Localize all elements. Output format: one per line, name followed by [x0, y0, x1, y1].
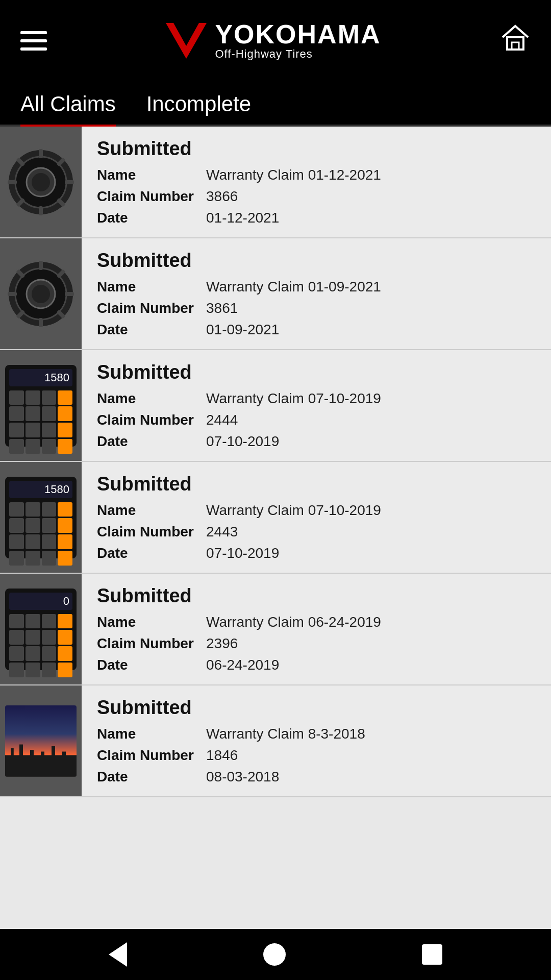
claim-name-field: Name Warranty Claim 8-3-2018	[97, 726, 536, 742]
back-icon	[109, 942, 127, 967]
svg-rect-8	[39, 149, 43, 158]
claim-status: Submitted	[97, 361, 536, 383]
home-icon	[500, 22, 531, 53]
claim-date-field: Date 06-24-2019	[97, 657, 536, 673]
tab-all-claims[interactable]: All Claims	[20, 82, 116, 125]
claim-thumbnail	[0, 685, 82, 796]
calculator-image-icon: 1580	[5, 365, 77, 447]
claim-item[interactable]: 0 Submitted	[0, 574, 551, 685]
svg-rect-24	[39, 318, 43, 327]
claim-name-field: Name Warranty Claim 01-09-2021	[97, 279, 536, 295]
date-value: 08-03-2018	[206, 769, 279, 785]
claim-number-label: Claim Number	[97, 747, 199, 764]
recent-icon	[422, 944, 442, 965]
date-label: Date	[97, 322, 199, 338]
claim-info: Submitted Name Warranty Claim 01-09-2021…	[82, 238, 551, 349]
svg-rect-10	[65, 180, 74, 184]
svg-rect-14	[8, 180, 17, 184]
calculator-image-icon: 1580	[5, 477, 77, 558]
date-value: 01-12-2021	[206, 210, 279, 226]
name-label: Name	[97, 390, 199, 407]
svg-rect-26	[8, 292, 17, 296]
claim-number-field: Claim Number 1846	[97, 747, 536, 764]
home-button[interactable]	[500, 22, 531, 60]
claim-number-field: Claim Number 3866	[97, 188, 536, 205]
name-value: Warranty Claim 8-3-2018	[206, 726, 365, 742]
svg-rect-3	[512, 42, 519, 50]
claim-thumbnail: 1580	[0, 462, 82, 573]
claim-number-label: Claim Number	[97, 188, 199, 205]
claim-name-field: Name Warranty Claim 07-10-2019	[97, 502, 536, 519]
claim-number-value: 3866	[206, 188, 238, 205]
claim-status: Submitted	[97, 473, 536, 495]
date-label: Date	[97, 657, 199, 673]
claim-thumbnail: 1580	[0, 350, 82, 461]
claim-info: Submitted Name Warranty Claim 07-10-2019…	[82, 462, 551, 573]
logo-text: YOKOHAMA Off-Highway Tires	[215, 21, 381, 61]
bottom-navigation	[0, 929, 551, 980]
svg-rect-12	[39, 206, 43, 215]
logo: YOKOHAMA Off-Highway Tires	[166, 21, 381, 61]
claim-number-value: 2444	[206, 412, 238, 428]
brand-name: YOKOHAMA	[215, 21, 381, 47]
claim-thumbnail	[0, 127, 82, 237]
date-value: 07-10-2019	[206, 433, 279, 450]
name-value: Warranty Claim 01-09-2021	[206, 279, 381, 295]
claim-info: Submitted Name Warranty Claim 06-24-2019…	[82, 574, 551, 684]
claim-item[interactable]: 1580 Submitted	[0, 462, 551, 574]
claim-number-label: Claim Number	[97, 300, 199, 316]
tire-image-icon	[5, 258, 77, 330]
tire-image-icon	[5, 146, 77, 218]
brand-subtitle: Off-Highway Tires	[215, 47, 312, 61]
tabs-bar: All Claims Incomplete	[0, 82, 551, 127]
claim-name-field: Name Warranty Claim 07-10-2019	[97, 390, 536, 407]
claim-number-label: Claim Number	[97, 412, 199, 428]
claim-number-value: 2396	[206, 635, 238, 652]
claim-thumbnail: 0	[0, 574, 82, 684]
name-value: Warranty Claim 06-24-2019	[206, 614, 381, 630]
date-label: Date	[97, 433, 199, 450]
home-nav-button[interactable]	[263, 943, 286, 966]
back-button[interactable]	[109, 942, 127, 967]
claim-number-label: Claim Number	[97, 524, 199, 540]
claim-status: Submitted	[97, 138, 536, 160]
claim-name-field: Name Warranty Claim 01-12-2021	[97, 167, 536, 183]
claim-date-field: Date 08-03-2018	[97, 769, 536, 785]
name-label: Name	[97, 726, 199, 742]
svg-rect-22	[65, 292, 74, 296]
app-header: YOKOHAMA Off-Highway Tires	[0, 0, 551, 82]
date-label: Date	[97, 210, 199, 226]
claim-item[interactable]: Submitted Name Warranty Claim 01-09-2021…	[0, 238, 551, 350]
claim-name-field: Name Warranty Claim 06-24-2019	[97, 614, 536, 630]
claims-list: Submitted Name Warranty Claim 01-12-2021…	[0, 127, 551, 929]
date-label: Date	[97, 545, 199, 561]
claim-item[interactable]: Submitted Name Warranty Claim 8-3-2018 C…	[0, 685, 551, 797]
home-nav-icon	[263, 943, 286, 966]
yokohama-logo-icon	[166, 23, 207, 59]
recent-button[interactable]	[422, 944, 442, 965]
menu-button[interactable]	[20, 31, 47, 51]
date-value: 01-09-2021	[206, 322, 279, 338]
claim-info: Submitted Name Warranty Claim 01-12-2021…	[82, 127, 551, 237]
claim-number-field: Claim Number 3861	[97, 300, 536, 316]
claim-number-label: Claim Number	[97, 635, 199, 652]
name-label: Name	[97, 614, 199, 630]
tab-incomplete[interactable]: Incomplete	[146, 82, 251, 125]
name-label: Name	[97, 502, 199, 519]
claim-info: Submitted Name Warranty Claim 8-3-2018 C…	[82, 685, 551, 796]
claim-date-field: Date 01-09-2021	[97, 322, 536, 338]
svg-rect-2	[507, 37, 523, 50]
claim-item[interactable]: 1580 Submitted	[0, 350, 551, 462]
name-value: Warranty Claim 07-10-2019	[206, 502, 381, 519]
date-value: 06-24-2019	[206, 657, 279, 673]
claim-number-value: 2443	[206, 524, 238, 540]
date-value: 07-10-2019	[206, 545, 279, 561]
claim-number-value: 1846	[206, 747, 238, 764]
name-label: Name	[97, 167, 199, 183]
svg-point-7	[32, 173, 50, 191]
claim-status: Submitted	[97, 250, 536, 272]
name-value: Warranty Claim 07-10-2019	[206, 390, 381, 407]
claim-item[interactable]: Submitted Name Warranty Claim 01-12-2021…	[0, 127, 551, 238]
claim-thumbnail	[0, 238, 82, 349]
claim-date-field: Date 01-12-2021	[97, 210, 536, 226]
